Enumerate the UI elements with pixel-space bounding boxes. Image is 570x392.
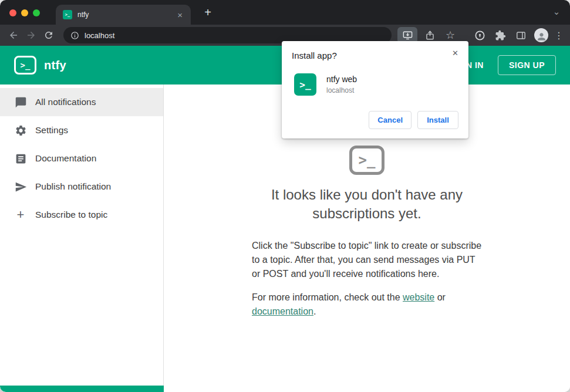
sidebar-item-settings[interactable]: Settings <box>0 116 163 144</box>
reload-button[interactable] <box>40 27 58 43</box>
sign-up-button[interactable]: SIGN UP <box>498 55 556 75</box>
sidebar-item-label: All notifications <box>35 97 96 107</box>
website-link[interactable]: website <box>403 292 434 302</box>
minimize-window-button[interactable] <box>21 9 28 16</box>
window-controls <box>9 9 40 16</box>
side-panel-icon <box>515 30 527 41</box>
reload-icon <box>43 30 54 40</box>
new-tab-button[interactable]: + <box>200 5 216 22</box>
ntfy-terminal-logo-icon: >_ <box>349 146 385 175</box>
dialog-close-icon[interactable]: ✕ <box>450 48 461 59</box>
app-title: ntfy <box>44 59 66 72</box>
dialog-app-origin: localhost <box>326 86 357 94</box>
sidebar: All notifications Settings Documentation… <box>0 85 164 392</box>
share-icon <box>424 30 436 41</box>
send-icon <box>14 180 27 193</box>
cancel-button[interactable]: Cancel <box>369 111 412 129</box>
password-manager-icon <box>474 30 485 41</box>
book-icon <box>14 152 27 165</box>
install-app-dialog: Install app? ✕ >_ ntfy web localhost Can… <box>282 41 468 138</box>
zoom-window-button[interactable] <box>33 9 40 16</box>
bookmark-star-icon: ☆ <box>446 30 455 40</box>
sidebar-item-label: Publish notification <box>35 181 111 192</box>
sidebar-item-publish-notification[interactable]: Publish notification <box>0 173 163 201</box>
profile-button[interactable] <box>533 27 549 43</box>
documentation-link[interactable]: documentation <box>252 306 313 316</box>
dialog-buttons: Cancel Install <box>292 111 458 129</box>
plus-icon: + <box>14 208 27 221</box>
tab-search-chevron-icon[interactable]: ⌄ <box>550 6 563 17</box>
sidebar-bottom-teal-strip <box>0 386 164 392</box>
sidebar-item-label: Documentation <box>35 153 96 164</box>
chat-bubble-icon <box>14 96 27 109</box>
empty-state-heading: It looks like you don't have any subscri… <box>249 185 484 224</box>
avatar <box>534 28 548 42</box>
dialog-title: Install app? <box>292 50 458 60</box>
empty-state-info: For more information, check out the webs… <box>252 290 482 319</box>
tab-ntfy[interactable]: >_ ntfy × <box>56 5 191 25</box>
empty-state-paragraph: Click the "Subscribe to topic" link to c… <box>252 239 482 281</box>
forward-arrow-icon <box>26 30 36 40</box>
sidebar-item-documentation[interactable]: Documentation <box>0 144 163 173</box>
dialog-app-name: ntfy web <box>326 75 357 84</box>
tab-title: ntfy <box>77 11 175 19</box>
back-button[interactable] <box>5 27 22 43</box>
ntfy-logo-icon: >_ <box>14 56 36 75</box>
dialog-app-meta: ntfy web localhost <box>326 75 357 94</box>
ntfy-app-icon: >_ <box>294 73 316 96</box>
sidebar-item-subscribe-to-topic[interactable]: + Subscribe to topic <box>0 201 163 229</box>
browser-menu-button[interactable]: ⋮ <box>554 27 564 43</box>
side-panel-button[interactable] <box>512 27 529 43</box>
info-suffix: . <box>313 306 316 316</box>
info-prefix: For more information, check out the <box>252 292 403 302</box>
back-arrow-icon <box>8 30 19 40</box>
browser-window: >_ ntfy × + ⌄ localhost <box>0 0 570 392</box>
ntfy-favicon-icon: >_ <box>63 10 72 19</box>
dialog-app-row: >_ ntfy web localhost <box>294 73 458 96</box>
sidebar-item-label: Settings <box>35 125 68 136</box>
extensions-puzzle-icon <box>495 30 506 41</box>
close-window-button[interactable] <box>9 9 16 16</box>
extensions-button[interactable] <box>492 27 508 43</box>
kebab-menu-icon: ⋮ <box>554 30 564 41</box>
tab-strip: >_ ntfy × + ⌄ <box>0 0 570 25</box>
install-button[interactable]: Install <box>417 111 458 129</box>
url-text: localhost <box>85 31 114 40</box>
gear-icon <box>14 124 27 137</box>
site-info-icon[interactable] <box>70 31 79 40</box>
info-middle: or <box>434 292 446 302</box>
install-app-icon <box>402 30 413 41</box>
forward-button[interactable] <box>22 27 40 43</box>
password-manager-button[interactable] <box>471 27 488 43</box>
close-tab-icon[interactable]: × <box>175 9 185 21</box>
sidebar-item-all-notifications[interactable]: All notifications <box>0 88 163 116</box>
sidebar-item-label: Subscribe to topic <box>35 209 107 220</box>
